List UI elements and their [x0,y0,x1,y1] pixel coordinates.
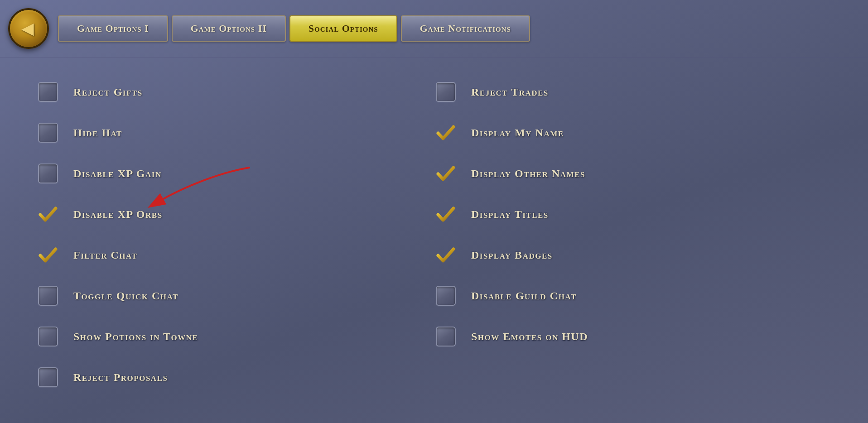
checkbox-disable-guild-chat [434,284,458,308]
option-row-disable-guild-chat[interactable]: Disable Guild Chat [434,284,832,308]
option-label-disable-guild-chat: Disable Guild Chat [471,290,577,302]
checkbox-checked [434,202,458,226]
option-row-reject-trades[interactable]: Reject Trades [434,80,832,104]
checkbox-checked [434,121,458,144]
checkbox-unchecked [38,82,58,102]
option-row-display-my-name[interactable]: Display My Name [434,121,832,144]
checkbox-display-titles [434,202,458,226]
checkbox-show-emotes-on-hud [434,325,458,348]
header: Game Options IGame Options IISocial Opti… [0,0,868,58]
option-label-reject-proposals: Reject Proposals [73,371,168,384]
option-row-display-titles[interactable]: Display Titles [434,202,832,226]
option-row-hide-hat[interactable]: Hide Hat [36,121,434,144]
checkbox-filter-chat [36,243,60,267]
tab-game-options-1[interactable]: Game Options I [58,15,168,42]
checkbox-display-other-names [434,162,458,185]
checkbox-disable-xp-gain [36,162,60,185]
checkbox-disable-xp-orbs [36,202,60,226]
checkbox-unchecked [38,327,58,346]
checkbox-reject-trades [434,80,458,104]
option-row-reject-gifts[interactable]: Reject Gifts [36,80,434,104]
option-label-display-titles: Display Titles [471,208,549,221]
checkbox-display-my-name [434,121,458,144]
checkbox-display-badges [434,243,458,267]
tabs-container: Game Options IGame Options IISocial Opti… [58,15,530,42]
option-label-reject-gifts: Reject Gifts [73,86,143,98]
checkbox-reject-proposals [36,365,60,389]
option-label-display-badges: Display Badges [471,249,553,261]
back-button[interactable] [8,8,49,49]
option-row-show-potions-in-towne[interactable]: Show Potions in Towne [36,325,434,348]
option-row-disable-xp-orbs[interactable]: Disable XP Orbs [36,202,434,226]
content-area: Reject Gifts Hide Hat Disable XP Gain [0,58,868,407]
option-row-display-badges[interactable]: Display Badges [434,243,832,267]
option-label-show-potions-in-towne: Show Potions in Towne [73,331,198,343]
option-label-disable-xp-orbs: Disable XP Orbs [73,208,163,221]
option-row-reject-proposals[interactable]: Reject Proposals [36,365,434,389]
checkbox-unchecked [38,163,58,183]
right-column: Reject Trades Display My Name [434,80,832,389]
checkbox-hide-hat [36,121,60,144]
checkbox-checked [36,243,60,267]
option-row-toggle-quick-chat[interactable]: Toggle Quick Chat [36,284,434,308]
option-label-reject-trades: Reject Trades [471,86,549,98]
option-row-show-emotes-on-hud[interactable]: Show Emotes on HUD [434,325,832,348]
checkbox-unchecked [38,367,58,387]
checkbox-unchecked [436,82,456,102]
checkbox-unchecked [436,327,456,346]
option-label-toggle-quick-chat: Toggle Quick Chat [73,290,178,302]
option-label-hide-hat: Hide Hat [73,127,122,139]
option-label-display-my-name: Display My Name [471,127,564,139]
option-row-disable-xp-gain[interactable]: Disable XP Gain [36,162,434,185]
option-label-filter-chat: Filter Chat [73,249,137,261]
checkbox-unchecked [38,123,58,143]
checkbox-reject-gifts [36,80,60,104]
tab-game-options-2[interactable]: Game Options II [172,15,286,42]
checkbox-toggle-quick-chat [36,284,60,308]
checkbox-unchecked [436,286,456,306]
tab-game-notifications[interactable]: Game Notifications [401,15,530,42]
option-row-filter-chat[interactable]: Filter Chat [36,243,434,267]
checkbox-checked [434,243,458,267]
option-label-show-emotes-on-hud: Show Emotes on HUD [471,331,588,343]
checkbox-show-potions-in-towne [36,325,60,348]
checkbox-checked [434,162,458,185]
option-row-display-other-names[interactable]: Display Other Names [434,162,832,185]
left-column: Reject Gifts Hide Hat Disable XP Gain [36,80,434,389]
option-label-disable-xp-gain: Disable XP Gain [73,168,162,180]
tab-social-options[interactable]: Social Options [289,15,397,42]
checkbox-unchecked [38,286,58,306]
checkbox-checked [36,202,60,226]
option-label-display-other-names: Display Other Names [471,168,585,180]
